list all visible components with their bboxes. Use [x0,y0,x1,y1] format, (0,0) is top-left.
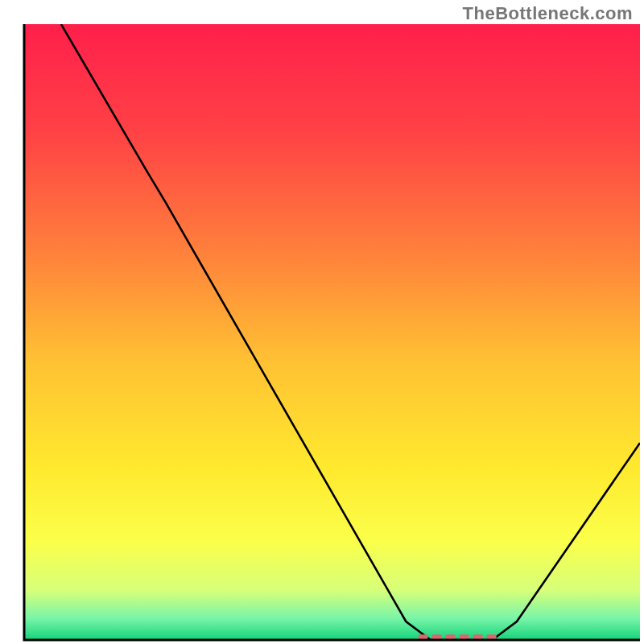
bottleneck-chart [0,0,644,644]
svg-rect-6 [487,634,497,639]
svg-rect-4 [460,634,469,639]
chart-container: TheBottleneck.com [0,0,644,644]
svg-rect-5 [473,634,483,639]
svg-rect-2 [432,634,442,639]
plot-background [24,24,640,640]
svg-rect-3 [446,634,456,639]
svg-rect-1 [419,634,428,639]
